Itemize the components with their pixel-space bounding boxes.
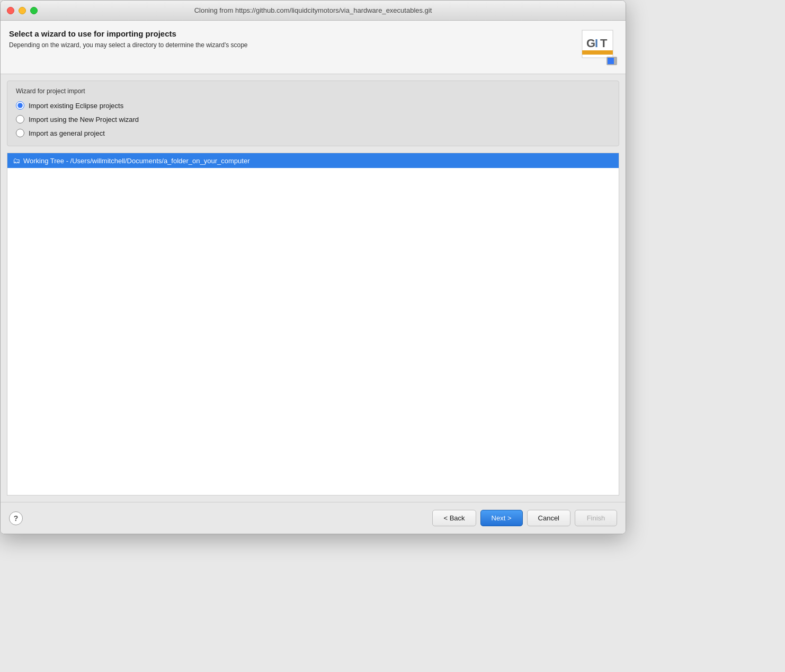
tree-panel: 🗂 Working Tree - /Users/willmitchell/Doc… bbox=[7, 153, 619, 496]
radio-label-1: Import existing Eclipse projects bbox=[29, 102, 123, 110]
svg-text:G: G bbox=[586, 37, 595, 50]
maximize-button[interactable] bbox=[30, 7, 38, 14]
radio-import-new[interactable] bbox=[16, 115, 24, 123]
folder-icon: 🗂 bbox=[13, 156, 20, 165]
footer-buttons: < Back Next > Cancel Finish bbox=[432, 510, 617, 526]
title-bar: Cloning from https://github.com/liquidci… bbox=[1, 1, 626, 21]
header-text: Select a wizard to use for importing pro… bbox=[9, 29, 581, 49]
footer-left: ? bbox=[9, 511, 23, 525]
header-subtitle: Depending on the wizard, you may select … bbox=[9, 41, 581, 49]
window-controls bbox=[7, 7, 38, 14]
close-button[interactable] bbox=[7, 7, 14, 14]
back-button[interactable]: < Back bbox=[432, 510, 476, 526]
radio-import-existing[interactable] bbox=[16, 101, 24, 110]
footer: ? < Back Next > Cancel Finish bbox=[1, 502, 626, 534]
radio-label-2: Import using the New Project wizard bbox=[29, 116, 139, 123]
radio-group: Import existing Eclipse projects Import … bbox=[16, 101, 610, 137]
radio-option-3[interactable]: Import as general project bbox=[16, 129, 610, 137]
header-title: Select a wizard to use for importing pro… bbox=[9, 29, 581, 38]
header-section: Select a wizard to use for importing pro… bbox=[1, 21, 626, 74]
svg-marker-6 bbox=[608, 58, 614, 64]
tree-selected-item[interactable]: 🗂 Working Tree - /Users/willmitchell/Doc… bbox=[7, 153, 619, 168]
finish-button: Finish bbox=[575, 510, 617, 526]
svg-text:I: I bbox=[595, 37, 598, 50]
svg-text:T: T bbox=[600, 37, 608, 50]
radio-option-2[interactable]: Import using the New Project wizard bbox=[16, 115, 610, 123]
cancel-button[interactable]: Cancel bbox=[527, 510, 570, 526]
radio-label-3: Import as general project bbox=[29, 129, 105, 137]
radio-import-general[interactable] bbox=[16, 129, 24, 137]
minimize-button[interactable] bbox=[19, 7, 26, 14]
wizard-panel: Wizard for project import Import existin… bbox=[7, 81, 619, 146]
tree-item-label: Working Tree - /Users/willmitchell/Docum… bbox=[23, 157, 250, 165]
git-logo: G I T bbox=[581, 29, 617, 65]
radio-option-1[interactable]: Import existing Eclipse projects bbox=[16, 101, 610, 110]
window-title: Cloning from https://github.com/liquidci… bbox=[194, 6, 432, 14]
svg-rect-4 bbox=[582, 50, 613, 55]
tree-body bbox=[7, 168, 619, 380]
wizard-label: Wizard for project import bbox=[16, 87, 610, 95]
next-button[interactable]: Next > bbox=[480, 510, 523, 526]
help-button[interactable]: ? bbox=[9, 511, 23, 525]
